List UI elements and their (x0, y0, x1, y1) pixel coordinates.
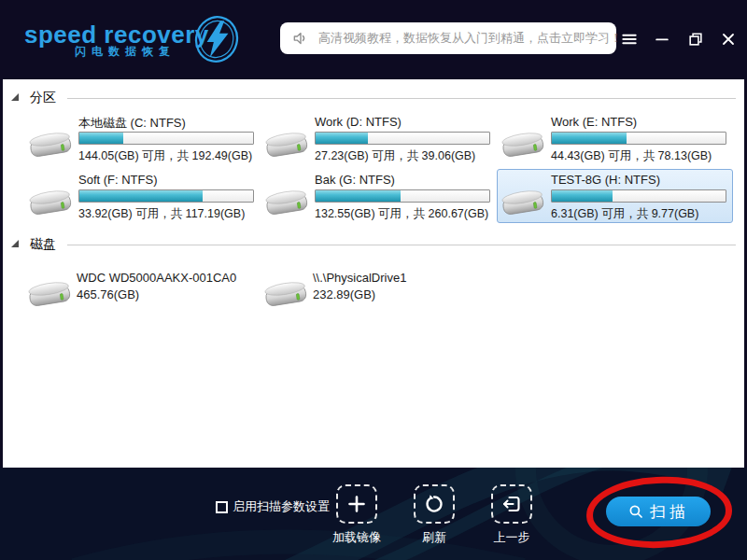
back-label: 上一步 (482, 529, 542, 546)
hard-drive-icon (499, 185, 547, 220)
partition-info: 27.23(GB) 可用，共 39.06(GB) (315, 148, 475, 164)
close-icon (719, 30, 738, 49)
menu-button[interactable] (618, 28, 641, 50)
partition-usage-bar (78, 189, 254, 203)
partition-item-c[interactable]: 本地磁盘 (C: NTFS) 144.05(GB) 可用，共 192.49(GB… (24, 111, 261, 165)
hamburger-icon (620, 30, 639, 49)
logo-subtitle: 闪电数据恢复 (75, 44, 176, 60)
disk-name: WDC WD5000AAKX-001CA0 (77, 271, 236, 285)
app-window: speed recovery 闪电数据恢复 高清视频教程，数据恢复从入门到精通，… (0, 0, 747, 560)
back-arrow-icon (491, 484, 532, 524)
partition-info: 132.55(GB) 可用，共 260.67(GB) (315, 206, 488, 222)
expander-triangle-icon[interactable] (11, 93, 19, 101)
scan-settings-checkbox[interactable]: 启用扫描参数设置 (216, 498, 330, 515)
scan-button-label: 扫描 (650, 501, 689, 523)
close-button[interactable] (717, 28, 740, 50)
checkbox-icon[interactable] (216, 501, 228, 513)
hard-drive-icon (25, 276, 74, 312)
disk-name: \\.\PhysicalDrive1 (313, 271, 406, 285)
restore-icon (686, 30, 705, 49)
partition-item-h-selected[interactable]: TEST-8G (H: NTFS) 6.31(GB) 可用，共 9.77(GB) (497, 169, 733, 223)
magnifier-icon (627, 503, 644, 520)
scan-settings-label: 启用扫描参数设置 (233, 498, 330, 515)
partition-name: 本地磁盘 (C: NTFS) (78, 115, 186, 132)
promo-banner[interactable]: 高清视频教程，数据恢复从入门到精通，点击立即学习！ (280, 22, 616, 54)
expander-triangle-icon[interactable] (11, 240, 19, 247)
usage-bar-fill (552, 190, 613, 202)
disks-section-title: 磁盘 (30, 236, 56, 253)
scan-button[interactable]: 扫描 (606, 497, 711, 526)
window-controls (618, 28, 740, 50)
partition-usage-bar (551, 189, 726, 203)
partition-name: Bak (G: NTFS) (315, 173, 395, 187)
partition-usage-bar (551, 132, 726, 145)
back-button[interactable]: 上一步 (482, 484, 542, 546)
partitions-section-header: 分区 (11, 89, 736, 107)
load-image-label: 加载镜像 (327, 529, 387, 546)
disk-item-1[interactable]: \\.\PhysicalDrive1 232.89(GB) (261, 267, 497, 312)
usage-bar-fill (316, 190, 401, 202)
disk-item-0[interactable]: WDC WD5000AAKX-001CA0 465.76(GB) (24, 267, 261, 312)
partition-info: 6.31(GB) 可用，共 9.77(GB) (551, 206, 698, 222)
usage-bar-fill (79, 133, 123, 144)
disk-size: 465.76(GB) (77, 287, 139, 301)
partition-usage-bar (315, 132, 490, 145)
hard-drive-icon (499, 127, 547, 162)
hard-drive-icon (26, 185, 75, 220)
minimize-icon (653, 30, 671, 49)
hard-drive-icon (26, 127, 75, 162)
disk-size: 232.89(GB) (313, 287, 375, 301)
refresh-button[interactable]: 刷新 (404, 484, 464, 546)
partition-name: Work (E: NTFS) (551, 115, 637, 129)
section-divider (67, 98, 736, 99)
disks-section-header: 磁盘 (11, 235, 736, 254)
hard-drive-icon (261, 276, 310, 312)
partition-item-d[interactable]: Work (D: NTFS) 27.23(GB) 可用，共 39.06(GB) (261, 111, 497, 165)
restore-button[interactable] (684, 28, 707, 50)
usage-bar-fill (552, 133, 627, 144)
partition-info: 144.05(GB) 可用，共 192.49(GB) (78, 148, 252, 164)
partition-name: Work (D: NTFS) (315, 115, 402, 129)
partition-info: 33.92(GB) 可用，共 117.19(GB) (78, 206, 245, 222)
plus-icon (336, 484, 377, 524)
minimize-button[interactable] (651, 28, 673, 50)
usage-bar-fill (79, 190, 203, 202)
hard-drive-icon (262, 127, 311, 162)
section-divider (67, 245, 736, 245)
partition-item-g[interactable]: Bak (G: NTFS) 132.55(GB) 可用，共 260.67(GB) (261, 169, 497, 223)
usage-bar-fill (316, 133, 368, 144)
refresh-icon (414, 484, 455, 524)
lightning-bolt-icon (192, 15, 241, 63)
refresh-label: 刷新 (404, 529, 464, 546)
promo-banner-text: 高清视频教程，数据恢复从入门到精通，点击立即学习！ (318, 30, 622, 47)
partition-info: 44.43(GB) 可用，共 78.13(GB) (551, 148, 712, 164)
speaker-icon (291, 29, 310, 48)
partition-item-f[interactable]: Soft (F: NTFS) 33.92(GB) 可用，共 117.19(GB) (24, 169, 261, 223)
hard-drive-icon (262, 185, 311, 220)
partition-name: TEST-8G (H: NTFS) (551, 173, 660, 187)
partition-usage-bar (78, 132, 254, 145)
load-image-button[interactable]: 加载镜像 (327, 484, 387, 546)
partition-item-e[interactable]: Work (E: NTFS) 44.43(GB) 可用，共 78.13(GB) (497, 111, 733, 165)
partition-usage-bar (315, 189, 490, 203)
partition-name: Soft (F: NTFS) (78, 173, 158, 187)
partitions-section-title: 分区 (30, 90, 56, 106)
